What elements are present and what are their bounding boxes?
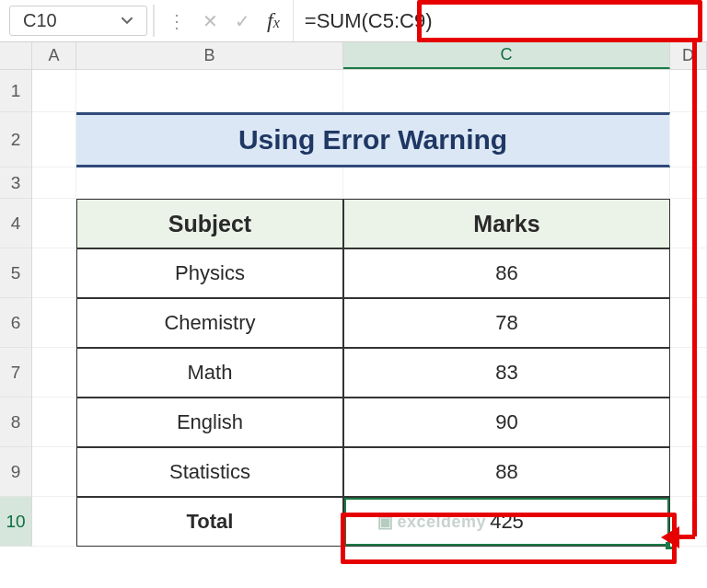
- fx-icon[interactable]: fx: [267, 8, 280, 33]
- grid[interactable]: Using Error Warning Subject Marks Physic…: [32, 70, 707, 547]
- col-header-B[interactable]: B: [76, 42, 343, 69]
- cell-D7[interactable]: [670, 348, 707, 398]
- sheet: 1 2 3 4 5 6 7 8 9 10 Using Error Warning: [0, 70, 707, 547]
- cell-D6[interactable]: [670, 298, 707, 348]
- column-headers: A B C D: [0, 42, 707, 70]
- total-value-text: 425: [490, 510, 524, 534]
- marks-text: 90: [495, 410, 517, 434]
- formula-input[interactable]: =SUM(C5:C9): [293, 0, 707, 41]
- row-header-1[interactable]: 1: [0, 70, 32, 112]
- row-header-3[interactable]: 3: [0, 167, 32, 199]
- table-row: Statistics 88: [32, 447, 707, 497]
- cell-D3[interactable]: [670, 167, 707, 199]
- name-box-value: C10: [23, 10, 57, 31]
- cell-C8[interactable]: 90: [343, 398, 670, 447]
- cell-A9[interactable]: [32, 447, 76, 497]
- cell-C5[interactable]: 86: [343, 248, 670, 298]
- table-row: Physics 86: [32, 248, 707, 298]
- cell-B7[interactable]: Math: [76, 348, 343, 398]
- table-row: Math 83: [32, 348, 707, 398]
- cell-C10[interactable]: 425: [343, 497, 670, 547]
- row-header-9[interactable]: 9: [0, 447, 32, 497]
- formula-bar: C10 ⋮ ✕ ✓ fx =SUM(C5:C9): [0, 0, 707, 42]
- cell-A5[interactable]: [32, 248, 76, 298]
- cell-C6[interactable]: 78: [343, 298, 670, 348]
- cell-A1[interactable]: [32, 70, 76, 112]
- marks-text: 78: [495, 311, 517, 335]
- header-subject[interactable]: Subject: [76, 199, 343, 248]
- cell-B3[interactable]: [76, 167, 343, 199]
- subject-text: Statistics: [169, 460, 250, 484]
- cell-A10[interactable]: [32, 497, 76, 547]
- table-row: Chemistry 78: [32, 298, 707, 348]
- col-header-A[interactable]: A: [32, 42, 76, 69]
- row-header-4[interactable]: 4: [0, 199, 32, 248]
- cell-A2[interactable]: [32, 112, 76, 167]
- cell-D9[interactable]: [670, 447, 707, 497]
- header-marks-text: Marks: [473, 211, 539, 237]
- table-row: English 90: [32, 398, 707, 447]
- cell-A8[interactable]: [32, 398, 76, 447]
- title-text: Using Error Warning: [238, 124, 507, 156]
- cancel-icon[interactable]: ✕: [203, 10, 218, 32]
- cell-B10[interactable]: Total: [76, 497, 343, 547]
- col-header-C[interactable]: C: [343, 42, 670, 69]
- cell-C7[interactable]: 83: [343, 348, 670, 398]
- cell-A6[interactable]: [32, 298, 76, 348]
- header-marks[interactable]: Marks: [343, 199, 670, 248]
- annotation-arrowhead-icon: [661, 526, 679, 548]
- cell-D5[interactable]: [670, 248, 707, 298]
- tools-dots-icon: ⋮: [168, 10, 186, 32]
- title-cell[interactable]: Using Error Warning: [76, 112, 670, 167]
- subject-text: Physics: [175, 261, 245, 285]
- cell-B1[interactable]: [76, 70, 343, 112]
- cell-B5[interactable]: Physics: [76, 248, 343, 298]
- formula-text: =SUM(C5:C9): [305, 9, 433, 33]
- cell-A7[interactable]: [32, 348, 76, 398]
- cell-D1[interactable]: [670, 70, 707, 112]
- subject-text: Chemistry: [164, 311, 255, 335]
- row-header-10[interactable]: 10: [0, 497, 32, 547]
- cell-B9[interactable]: Statistics: [76, 447, 343, 497]
- annotation-connector-horizontal: [677, 535, 695, 539]
- marks-text: 86: [495, 261, 517, 285]
- subject-text: English: [177, 410, 243, 434]
- cell-A3[interactable]: [32, 167, 76, 199]
- accept-icon[interactable]: ✓: [235, 10, 250, 32]
- row-header-8[interactable]: 8: [0, 398, 32, 447]
- cell-D4[interactable]: [670, 199, 707, 248]
- name-box[interactable]: C10: [9, 6, 147, 36]
- cell-C3[interactable]: [343, 167, 670, 199]
- cell-A4[interactable]: [32, 199, 76, 248]
- marks-text: 88: [495, 460, 517, 484]
- cell-B6[interactable]: Chemistry: [76, 298, 343, 348]
- total-row: Total 425: [32, 497, 707, 547]
- row-header-6[interactable]: 6: [0, 298, 32, 348]
- select-all-corner[interactable]: [0, 42, 32, 69]
- row-header-2[interactable]: 2: [0, 112, 32, 167]
- chevron-down-icon[interactable]: [121, 10, 133, 31]
- formula-tools: ⋮ ✕ ✓ fx: [155, 0, 293, 41]
- cell-C9[interactable]: 88: [343, 447, 670, 497]
- subject-text: Math: [188, 361, 233, 385]
- row-headers: 1 2 3 4 5 6 7 8 9 10: [0, 70, 32, 547]
- annotation-connector-vertical: [692, 42, 697, 536]
- row-header-5[interactable]: 5: [0, 248, 32, 298]
- cell-D8[interactable]: [670, 398, 707, 447]
- total-label-text: Total: [187, 510, 234, 534]
- cell-D2[interactable]: [670, 112, 707, 167]
- cell-B8[interactable]: English: [76, 398, 343, 447]
- marks-text: 83: [495, 361, 517, 385]
- cell-C1[interactable]: [343, 70, 670, 112]
- header-subject-text: Subject: [168, 211, 251, 237]
- row-header-7[interactable]: 7: [0, 348, 32, 398]
- col-header-D[interactable]: D: [670, 42, 707, 69]
